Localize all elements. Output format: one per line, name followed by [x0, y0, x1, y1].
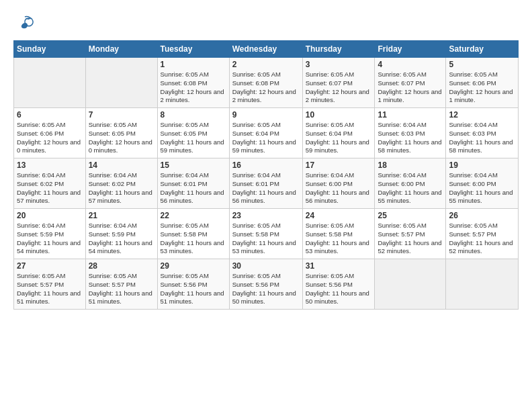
day-number: 28	[89, 261, 154, 271]
calendar-cell: 11Sunrise: 6:04 AM Sunset: 6:03 PM Dayli…	[375, 108, 446, 158]
day-info: Sunrise: 6:04 AM Sunset: 6:01 PM Dayligh…	[161, 171, 226, 205]
day-info: Sunrise: 6:05 AM Sunset: 5:57 PM Dayligh…	[89, 272, 154, 306]
day-number: 20	[17, 211, 83, 220]
calendar-week-row: 20Sunrise: 6:04 AM Sunset: 5:59 PM Dayli…	[14, 209, 519, 259]
calendar-cell: 10Sunrise: 6:05 AM Sunset: 6:04 PM Dayli…	[302, 108, 375, 158]
day-info: Sunrise: 6:04 AM Sunset: 6:01 PM Dayligh…	[232, 171, 300, 205]
col-friday: Friday	[375, 41, 446, 58]
day-number: 12	[449, 110, 515, 120]
day-info: Sunrise: 6:04 AM Sunset: 6:00 PM Dayligh…	[306, 171, 372, 205]
day-number: 3	[306, 60, 372, 69]
day-number: 24	[306, 211, 372, 220]
day-info: Sunrise: 6:05 AM Sunset: 5:56 PM Dayligh…	[161, 272, 226, 306]
day-number: 18	[378, 161, 443, 170]
day-number: 4	[378, 60, 443, 69]
calendar-week-row: 27Sunrise: 6:05 AM Sunset: 5:57 PM Dayli…	[14, 259, 519, 310]
col-thursday: Thursday	[302, 41, 375, 58]
calendar-cell: 5Sunrise: 6:05 AM Sunset: 6:06 PM Daylig…	[446, 58, 519, 108]
calendar-cell: 16Sunrise: 6:04 AM Sunset: 6:01 PM Dayli…	[229, 158, 302, 209]
calendar-cell	[14, 58, 86, 108]
calendar-cell: 14Sunrise: 6:04 AM Sunset: 6:02 PM Dayli…	[85, 158, 157, 209]
header-area	[13, 13, 519, 34]
day-number: 25	[378, 211, 443, 220]
calendar-cell: 30Sunrise: 6:05 AM Sunset: 5:56 PM Dayli…	[229, 259, 302, 310]
calendar-cell: 21Sunrise: 6:04 AM Sunset: 5:59 PM Dayli…	[85, 209, 157, 259]
calendar-cell: 12Sunrise: 6:04 AM Sunset: 6:03 PM Dayli…	[446, 108, 519, 158]
calendar-cell: 17Sunrise: 6:04 AM Sunset: 6:00 PM Dayli…	[302, 158, 375, 209]
col-sunday: Sunday	[14, 41, 86, 58]
day-info: Sunrise: 6:04 AM Sunset: 6:03 PM Dayligh…	[378, 121, 443, 155]
day-info: Sunrise: 6:04 AM Sunset: 6:03 PM Dayligh…	[449, 121, 515, 155]
day-number: 8	[161, 110, 226, 120]
calendar-cell	[85, 58, 157, 108]
day-info: Sunrise: 6:05 AM Sunset: 6:06 PM Dayligh…	[449, 71, 515, 105]
day-info: Sunrise: 6:05 AM Sunset: 5:57 PM Dayligh…	[17, 272, 83, 306]
calendar-week-row: 1Sunrise: 6:05 AM Sunset: 6:08 PM Daylig…	[14, 58, 519, 108]
calendar-cell: 23Sunrise: 6:05 AM Sunset: 5:58 PM Dayli…	[229, 209, 302, 259]
calendar-cell: 6Sunrise: 6:05 AM Sunset: 6:06 PM Daylig…	[14, 108, 86, 158]
calendar-cell: 26Sunrise: 6:05 AM Sunset: 5:57 PM Dayli…	[446, 209, 519, 259]
day-info: Sunrise: 6:05 AM Sunset: 5:57 PM Dayligh…	[449, 222, 515, 256]
calendar-cell: 9Sunrise: 6:05 AM Sunset: 6:04 PM Daylig…	[229, 108, 302, 158]
calendar-page: Sunday Monday Tuesday Wednesday Thursday…	[0, 0, 532, 411]
calendar-cell: 25Sunrise: 6:05 AM Sunset: 5:57 PM Dayli…	[375, 209, 446, 259]
day-number: 19	[449, 161, 515, 170]
calendar-cell	[375, 259, 446, 310]
calendar-cell: 7Sunrise: 6:05 AM Sunset: 6:05 PM Daylig…	[85, 108, 157, 158]
day-number: 9	[232, 110, 300, 120]
day-info: Sunrise: 6:05 AM Sunset: 5:56 PM Dayligh…	[232, 272, 300, 306]
day-number: 30	[232, 261, 300, 271]
day-info: Sunrise: 6:05 AM Sunset: 6:05 PM Dayligh…	[89, 121, 154, 155]
day-info: Sunrise: 6:04 AM Sunset: 5:59 PM Dayligh…	[17, 222, 83, 256]
day-number: 11	[378, 110, 443, 120]
day-number: 1	[161, 60, 226, 69]
calendar-table: Sunday Monday Tuesday Wednesday Thursday…	[13, 40, 519, 310]
calendar-cell: 4Sunrise: 6:05 AM Sunset: 6:07 PM Daylig…	[375, 58, 446, 108]
calendar-cell: 18Sunrise: 6:04 AM Sunset: 6:00 PM Dayli…	[375, 158, 446, 209]
calendar-cell: 20Sunrise: 6:04 AM Sunset: 5:59 PM Dayli…	[14, 209, 86, 259]
day-number: 13	[17, 161, 83, 170]
calendar-cell: 31Sunrise: 6:05 AM Sunset: 5:56 PM Dayli…	[302, 259, 375, 310]
day-number: 2	[232, 60, 300, 69]
day-number: 14	[89, 161, 154, 170]
calendar-cell: 8Sunrise: 6:05 AM Sunset: 6:05 PM Daylig…	[157, 108, 229, 158]
calendar-cell: 2Sunrise: 6:05 AM Sunset: 6:08 PM Daylig…	[229, 58, 302, 108]
day-info: Sunrise: 6:05 AM Sunset: 6:04 PM Dayligh…	[306, 121, 372, 155]
day-number: 27	[17, 261, 83, 271]
day-info: Sunrise: 6:05 AM Sunset: 5:58 PM Dayligh…	[232, 222, 300, 256]
col-wednesday: Wednesday	[229, 41, 302, 58]
day-number: 6	[17, 110, 83, 120]
logo-bird-icon	[15, 13, 35, 34]
calendar-cell: 3Sunrise: 6:05 AM Sunset: 6:07 PM Daylig…	[302, 58, 375, 108]
weekday-header-row: Sunday Monday Tuesday Wednesday Thursday…	[14, 41, 519, 58]
calendar-cell: 13Sunrise: 6:04 AM Sunset: 6:02 PM Dayli…	[14, 158, 86, 209]
day-number: 17	[306, 161, 372, 170]
day-info: Sunrise: 6:04 AM Sunset: 6:02 PM Dayligh…	[89, 171, 154, 205]
calendar-cell: 19Sunrise: 6:04 AM Sunset: 6:00 PM Dayli…	[446, 158, 519, 209]
day-number: 26	[449, 211, 515, 220]
col-monday: Monday	[85, 41, 157, 58]
calendar-cell: 1Sunrise: 6:05 AM Sunset: 6:08 PM Daylig…	[157, 58, 229, 108]
day-info: Sunrise: 6:04 AM Sunset: 5:59 PM Dayligh…	[89, 222, 154, 256]
calendar-week-row: 6Sunrise: 6:05 AM Sunset: 6:06 PM Daylig…	[14, 108, 519, 158]
calendar-cell: 22Sunrise: 6:05 AM Sunset: 5:58 PM Dayli…	[157, 209, 229, 259]
day-number: 10	[306, 110, 372, 120]
day-info: Sunrise: 6:05 AM Sunset: 6:08 PM Dayligh…	[232, 71, 300, 105]
calendar-week-row: 13Sunrise: 6:04 AM Sunset: 6:02 PM Dayli…	[14, 158, 519, 209]
day-info: Sunrise: 6:05 AM Sunset: 5:57 PM Dayligh…	[378, 222, 443, 256]
day-number: 7	[89, 110, 154, 120]
day-info: Sunrise: 6:04 AM Sunset: 6:00 PM Dayligh…	[378, 171, 443, 205]
col-tuesday: Tuesday	[157, 41, 229, 58]
day-number: 23	[232, 211, 300, 220]
day-info: Sunrise: 6:05 AM Sunset: 5:56 PM Dayligh…	[306, 272, 372, 306]
day-number: 16	[232, 161, 300, 170]
calendar-cell: 24Sunrise: 6:05 AM Sunset: 5:58 PM Dayli…	[302, 209, 375, 259]
calendar-cell: 29Sunrise: 6:05 AM Sunset: 5:56 PM Dayli…	[157, 259, 229, 310]
day-number: 22	[161, 211, 226, 220]
logo	[13, 13, 35, 34]
day-info: Sunrise: 6:05 AM Sunset: 6:06 PM Dayligh…	[17, 121, 83, 155]
calendar-cell: 15Sunrise: 6:04 AM Sunset: 6:01 PM Dayli…	[157, 158, 229, 209]
day-info: Sunrise: 6:05 AM Sunset: 6:08 PM Dayligh…	[161, 71, 226, 105]
day-info: Sunrise: 6:04 AM Sunset: 6:02 PM Dayligh…	[17, 171, 83, 205]
calendar-cell: 28Sunrise: 6:05 AM Sunset: 5:57 PM Dayli…	[85, 259, 157, 310]
